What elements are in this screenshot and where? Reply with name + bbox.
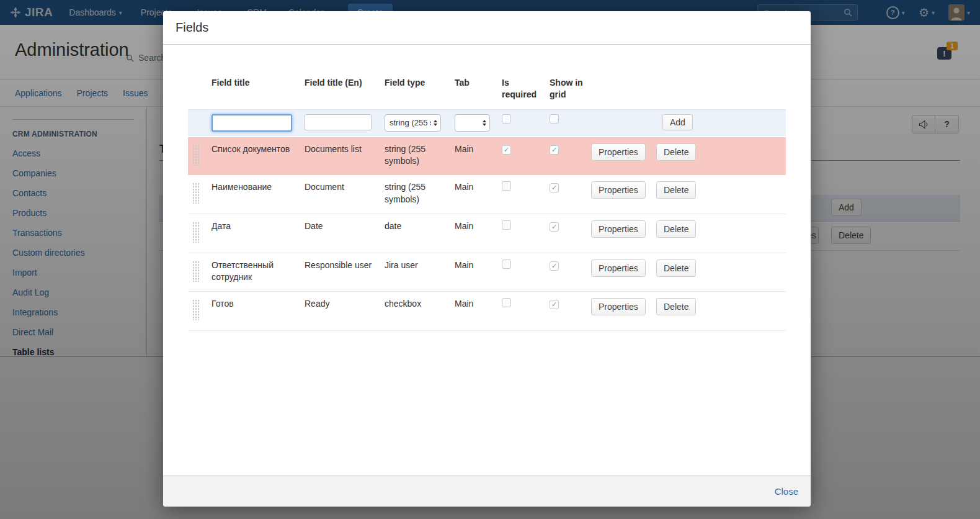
field-row: Список документовDocuments liststring (2… [188,137,786,176]
properties-button[interactable]: Properties [591,260,646,277]
field-title-cell: Готов [212,292,305,331]
show-in-grid-checkbox[interactable]: ✓ [550,261,559,271]
show-in-grid-checkbox[interactable]: ✓ [550,145,559,155]
drag-handle-icon[interactable] [192,222,200,243]
fields-table: Field title Field title (En) Field type … [188,74,786,331]
delete-button[interactable]: Delete [656,298,696,315]
field-type-cell: Jira user [385,253,455,292]
col-field-title: Field title [212,74,305,109]
col-field-type: Field type [385,74,455,109]
col-is-required: Is required [502,74,550,109]
dialog-footer: Close [163,476,811,507]
field-title-en-cell: Responsible user [305,253,385,292]
new-field-title-en-input[interactable] [305,114,372,130]
new-field-row: string (255 symbols) Add [188,109,786,137]
field-title-cell: Дата [212,214,305,253]
is-required-checkbox[interactable] [502,181,511,191]
drag-handle-icon[interactable] [192,299,200,320]
col-tab: Tab [455,74,502,109]
dialog-header: Fields [163,11,811,45]
delete-button[interactable]: Delete [656,143,696,161]
col-show-in-grid: Show in grid [550,74,591,109]
field-type-select[interactable]: string (255 symbols) [385,114,441,132]
delete-button[interactable]: Delete [656,260,696,277]
show-in-grid-checkbox[interactable] [550,114,559,124]
field-type-cell: date [385,214,455,253]
dialog-title: Fields [176,20,208,34]
field-type-cell: string (255 symbols) [385,137,455,176]
is-required-checkbox[interactable] [502,220,511,230]
field-type-cell: checkbox [385,292,455,331]
delete-button[interactable]: Delete [656,220,696,238]
field-title-cell: Список документов [212,137,305,176]
drag-handle-icon[interactable] [192,261,200,282]
properties-button[interactable]: Properties [591,220,646,238]
dialog-body: Field title Field title (En) Field type … [163,45,811,476]
field-row: НаименованиеDocumentstring (255 symbols)… [188,175,786,214]
field-title-en-cell: Date [305,214,385,253]
show-in-grid-checkbox[interactable]: ✓ [550,222,559,232]
field-row: ДатаDatedateMain✓PropertiesDelete [188,214,786,253]
field-title-en-cell: Documents list [305,137,385,176]
drag-handle-icon[interactable] [192,145,200,166]
col-field-title-en: Field title (En) [305,74,385,109]
field-title-en-cell: Document [305,175,385,214]
is-required-checkbox[interactable] [502,298,511,307]
delete-button[interactable]: Delete [656,181,696,199]
field-row: ГотовReadycheckboxMain✓PropertiesDelete [188,292,786,331]
field-row: Ответственный сотрудникResponsible userJ… [188,253,786,292]
new-field-title-input[interactable] [212,114,292,132]
select-stepper-icon [483,120,486,127]
select-stepper-icon [434,120,437,127]
add-field-button[interactable]: Add [662,114,693,130]
field-tab-cell: Main [455,137,502,176]
properties-button[interactable]: Properties [591,298,646,315]
properties-button[interactable]: Properties [591,181,646,199]
field-tab-cell: Main [455,214,502,253]
field-title-cell: Ответственный сотрудник [212,253,305,292]
is-required-checkbox[interactable]: ✓ [502,145,511,155]
field-type-cell: string (255 symbols) [385,175,455,214]
close-button[interactable]: Close [775,486,798,497]
show-in-grid-checkbox[interactable]: ✓ [550,300,559,309]
tab-select[interactable] [455,114,490,132]
fields-dialog: Fields Field title Field title (En) Fiel… [163,11,811,507]
properties-button[interactable]: Properties [591,143,646,161]
is-required-checkbox[interactable] [502,260,511,269]
field-title-cell: Наименование [212,175,305,214]
field-tab-cell: Main [455,175,502,214]
field-title-en-cell: Ready [305,292,385,331]
show-in-grid-checkbox[interactable]: ✓ [550,183,559,192]
field-tab-cell: Main [455,253,502,292]
field-tab-cell: Main [455,292,502,331]
is-required-checkbox[interactable] [502,114,511,124]
drag-handle-icon[interactable] [192,183,200,204]
table-header-row: Field title Field title (En) Field type … [188,74,786,109]
